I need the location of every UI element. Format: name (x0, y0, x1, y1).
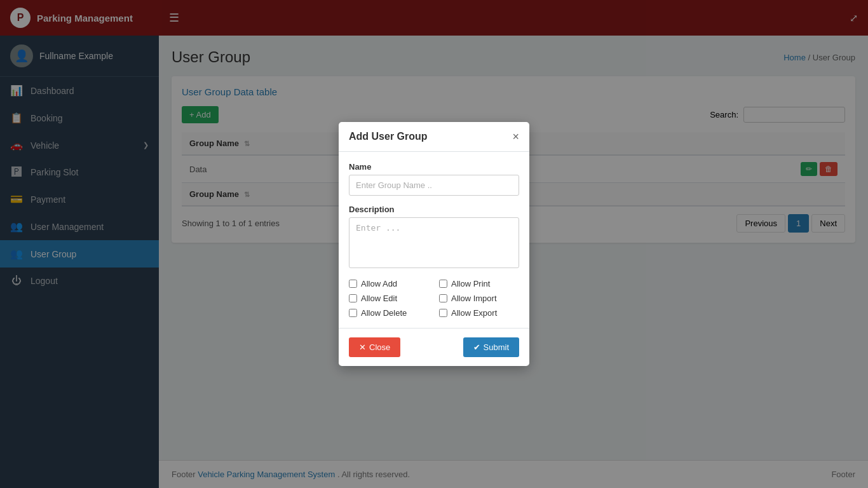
allow-import-label: Allow Import (451, 294, 497, 303)
submit-label: Submit (484, 342, 509, 352)
allow-delete-label: Allow Delete (361, 308, 407, 318)
permission-allow-print: Allow Print (439, 279, 519, 288)
modal-close-x-button[interactable]: × (512, 131, 519, 142)
permission-allow-edit: Allow Edit (349, 294, 429, 303)
allow-edit-checkbox[interactable] (349, 294, 357, 302)
modal-title: Add User Group (349, 131, 428, 142)
description-label: Description (349, 205, 519, 214)
description-field-group: Description (349, 205, 519, 270)
modal-footer: ✕ Close ✔ Submit (339, 328, 529, 366)
description-textarea[interactable] (349, 217, 519, 268)
check-icon: ✔ (473, 342, 480, 352)
close-label: Close (369, 342, 390, 352)
allow-print-label: Allow Print (451, 279, 490, 288)
modal-submit-button[interactable]: ✔ Submit (463, 337, 519, 357)
name-field-group: Name (349, 162, 519, 196)
permission-allow-import: Allow Import (439, 294, 519, 303)
permission-allow-export: Allow Export (439, 308, 519, 318)
modal-close-button[interactable]: ✕ Close (349, 337, 400, 357)
add-user-group-modal: Add User Group × Name Description Allow … (339, 122, 529, 366)
allow-delete-checkbox[interactable] (349, 309, 357, 317)
allow-import-checkbox[interactable] (439, 294, 447, 302)
name-label: Name (349, 162, 519, 172)
allow-add-label: Allow Add (361, 279, 397, 288)
modal-body: Name Description Allow Add Allow Print (339, 152, 529, 328)
modal-header: Add User Group × (339, 122, 529, 152)
allow-print-checkbox[interactable] (439, 280, 447, 288)
modal-overlay[interactable]: Add User Group × Name Description Allow … (0, 0, 868, 488)
allow-add-checkbox[interactable] (349, 280, 357, 288)
name-input[interactable] (349, 175, 519, 196)
permission-allow-delete: Allow Delete (349, 308, 429, 318)
close-x-icon: ✕ (359, 342, 366, 352)
allow-export-checkbox[interactable] (439, 309, 447, 317)
permission-allow-add: Allow Add (349, 279, 429, 288)
permissions-grid: Allow Add Allow Print Allow Edit Allow I… (349, 279, 519, 318)
allow-export-label: Allow Export (451, 308, 497, 318)
allow-edit-label: Allow Edit (361, 294, 397, 303)
